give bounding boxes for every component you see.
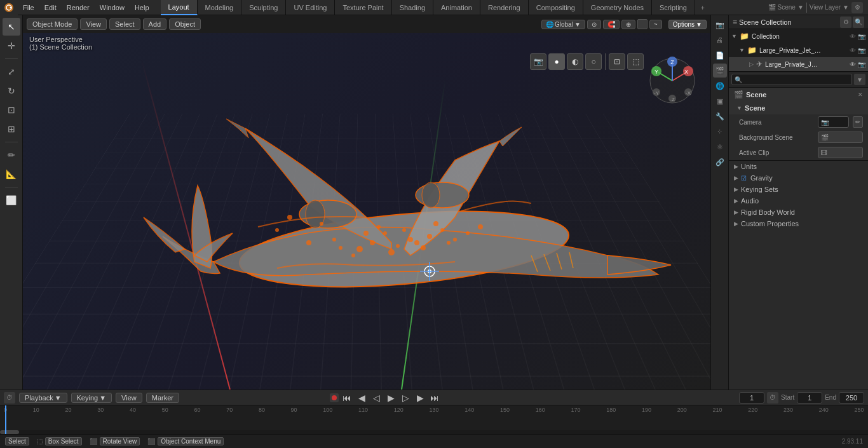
jet-collection-item[interactable]: ▼ 📁 Large_Private_Jet_Flight_001 👁 📷: [729, 43, 868, 57]
view-timeline-btn[interactable]: View: [116, 393, 142, 403]
overlays-btn[interactable]: ⊡: [609, 53, 625, 70]
jump-prev-btn[interactable]: ◁: [370, 392, 383, 404]
active-clip-btn[interactable]: 🎞: [818, 147, 863, 158]
menu-window[interactable]: Window: [95, 0, 130, 15]
render-props-icon[interactable]: 📷: [713, 18, 727, 32]
visibility-icon[interactable]: 👁: [850, 33, 856, 40]
background-scene-btn[interactable]: 🎬: [818, 132, 863, 143]
current-frame-input[interactable]: 1: [739, 392, 764, 404]
timeline-mode-btn[interactable]: ⏱: [4, 392, 15, 404]
menu-help[interactable]: Help: [130, 0, 154, 15]
properties-search-input[interactable]: 🔍: [731, 74, 852, 85]
particles-props-icon[interactable]: ⁘: [713, 125, 727, 139]
record-btn[interactable]: [330, 393, 339, 402]
blender-logo[interactable]: [0, 0, 18, 15]
scale-tool-btn[interactable]: ⊡: [3, 101, 20, 119]
playback-btn[interactable]: Playback▼: [19, 393, 67, 403]
measure-tool-btn[interactable]: 📐: [3, 165, 20, 183]
select-tool-btn[interactable]: ↖: [3, 18, 20, 36]
nav-gizmo[interactable]: X Y Z -Y -X -Z: [647, 55, 698, 106]
play-btn[interactable]: ▶: [384, 392, 397, 404]
scene-collection-item[interactable]: ▼ 📁 Collection 👁 📷: [729, 29, 868, 43]
add-menu[interactable]: Add: [143, 18, 167, 30]
output-props-icon[interactable]: 🖨: [713, 33, 727, 47]
jet-obj-vis-icon[interactable]: 👁: [850, 61, 856, 68]
global-transform-btn[interactable]: 🌐 Global ▼: [541, 20, 585, 29]
camera-edit-btn[interactable]: ✏: [853, 116, 863, 128]
tab-layout[interactable]: Layout: [161, 0, 198, 15]
jump-end-btn[interactable]: ⏭: [428, 392, 441, 404]
tab-animation[interactable]: Animation: [433, 0, 480, 15]
cursor-tool-btn[interactable]: ✛: [3, 37, 20, 55]
outliner-filter-btn[interactable]: ⚙: [840, 17, 851, 28]
timeline-scrollbar-thumb[interactable]: [0, 430, 19, 434]
view-menu[interactable]: View: [80, 18, 107, 30]
timeline-scrollbar[interactable]: [0, 430, 868, 434]
next-keyframe-btn[interactable]: ▶: [414, 392, 426, 404]
solid-mode-btn[interactable]: ●: [548, 53, 565, 70]
jump-start-btn[interactable]: ⏮: [341, 392, 353, 404]
rendered-mode-btn[interactable]: ○: [585, 53, 602, 70]
keying-btn[interactable]: Keying▼: [71, 393, 112, 403]
properties-options-btn[interactable]: ▼: [854, 74, 865, 85]
playhead[interactable]: [5, 405, 6, 434]
rotate-tool-btn[interactable]: ↻: [3, 82, 20, 100]
prev-keyframe-btn[interactable]: ◀: [355, 392, 368, 404]
end-frame-input[interactable]: 250: [839, 392, 864, 404]
start-frame-input[interactable]: 1: [797, 392, 822, 404]
frame-options-btn[interactable]: ⏱: [767, 392, 778, 404]
tab-geometry-nodes[interactable]: Geometry Nodes: [583, 0, 652, 15]
object-props-icon[interactable]: ▣: [713, 94, 727, 108]
jet-object-item[interactable]: ▷ ✈ Large_Private_Jet_Flight 👁 📷: [729, 57, 868, 71]
camera-view-btn[interactable]: 📷: [530, 53, 546, 70]
physics-props-icon[interactable]: ⚛: [713, 140, 727, 154]
graph-editor-btn[interactable]: ~: [649, 20, 662, 29]
menu-render[interactable]: Render: [62, 0, 95, 15]
tab-scripting[interactable]: Scripting: [652, 0, 695, 15]
scene-section-header[interactable]: 🎬 Scene ✕: [729, 88, 868, 102]
transform-tool-btn[interactable]: ⊞: [3, 120, 20, 138]
add-cube-btn[interactable]: ⬜: [3, 191, 20, 209]
modifier-props-icon[interactable]: 🔧: [713, 109, 727, 123]
units-section[interactable]: ▶ Units: [729, 161, 868, 172]
camera-value[interactable]: 📷: [818, 116, 849, 128]
object-mode-dropdown[interactable]: Object Mode: [27, 18, 78, 30]
vis-toggle-btn[interactable]: [637, 19, 648, 29]
add-workspace-button[interactable]: +: [695, 0, 710, 15]
gravity-checkbox[interactable]: ☑: [741, 175, 747, 182]
audio-section[interactable]: ▶ Audio: [729, 195, 868, 207]
rigid-body-section[interactable]: ▶ Rigid Body World: [729, 207, 868, 218]
jet-vis-icon[interactable]: 👁: [850, 47, 856, 54]
select-menu[interactable]: Select: [109, 18, 140, 30]
outliner-search-btn[interactable]: 🔍: [853, 17, 864, 28]
tab-uv-editing[interactable]: UV Editing: [286, 0, 335, 15]
snap-btn[interactable]: 🧲: [603, 20, 620, 29]
scene-props-icon[interactable]: 🎬: [713, 64, 727, 78]
tab-modeling[interactable]: Modeling: [198, 0, 242, 15]
jump-next-btn[interactable]: ▷: [399, 392, 412, 404]
options-btn[interactable]: Options▼: [668, 20, 707, 29]
move-tool-btn[interactable]: ⤢: [3, 63, 20, 81]
gravity-section[interactable]: ▶ ☑ Gravity: [729, 172, 868, 184]
keying-sets-section[interactable]: ▶ Keying Sets: [729, 184, 868, 195]
timeline-ruler[interactable]: 0 10 20 30 40 50 60 70 80 90 100 110 120…: [0, 405, 868, 434]
constraints-props-icon[interactable]: 🔗: [713, 155, 727, 169]
material-mode-btn[interactable]: ◐: [567, 53, 583, 70]
view-layer-props-icon[interactable]: 📄: [713, 48, 727, 62]
tab-compositing[interactable]: Compositing: [529, 0, 583, 15]
xray-btn[interactable]: ⬚: [627, 53, 644, 70]
transform-pivot-btn[interactable]: ⊕: [621, 20, 635, 29]
tab-sculpting[interactable]: Sculpting: [241, 0, 286, 15]
tab-rendering[interactable]: Rendering: [480, 0, 529, 15]
jet-obj-render-icon[interactable]: 📷: [858, 61, 865, 68]
scene-subsection-header[interactable]: ▼ Scene: [729, 102, 868, 114]
menu-file[interactable]: File: [18, 0, 39, 15]
render-visibility-icon[interactable]: 📷: [858, 33, 865, 40]
jet-render-icon[interactable]: 📷: [858, 47, 865, 54]
tab-shading[interactable]: Shading: [392, 0, 433, 15]
view-layer-options-btn[interactable]: ⚙: [851, 2, 863, 13]
menu-edit[interactable]: Edit: [39, 0, 62, 15]
tab-texture-paint[interactable]: Texture Paint: [335, 0, 391, 15]
proportional-edit-btn[interactable]: ⊙: [587, 20, 601, 29]
custom-properties-section[interactable]: ▶ Custom Properties: [729, 218, 868, 229]
